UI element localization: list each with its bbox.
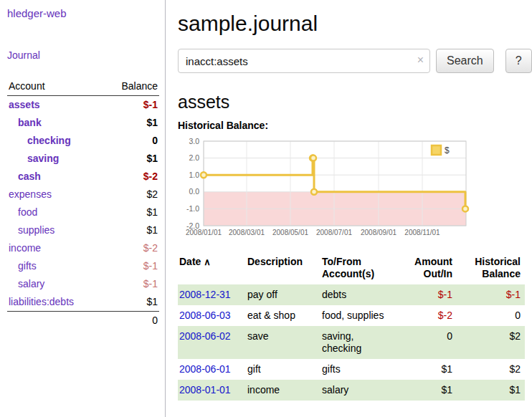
svg-text:2008/05/01: 2008/05/01	[272, 229, 308, 236]
accounts-header-account: Account	[9, 80, 45, 92]
transaction-balance: $-1	[506, 289, 521, 300]
account-link[interactable]: gifts	[9, 259, 37, 273]
transaction-amount: $1	[441, 363, 452, 375]
account-balance: $1	[146, 116, 158, 130]
svg-text:2008/03/01: 2008/03/01	[229, 229, 265, 236]
header-balance-line2: Balance	[482, 268, 521, 279]
search-input[interactable]	[178, 49, 430, 73]
page-title: sample.journal	[178, 11, 528, 36]
account-row: income$-2	[7, 239, 159, 257]
account-link[interactable]: food	[9, 206, 37, 219]
svg-text:2008/07/01: 2008/07/01	[316, 229, 352, 236]
account-balance: $-1	[143, 259, 158, 273]
account-link[interactable]: cash	[9, 170, 41, 183]
transaction-accounts-cell: gifts	[320, 359, 399, 380]
transaction-date-link-cell: 2008-06-03	[178, 305, 246, 326]
account-balance: $1	[146, 206, 158, 219]
account-link[interactable]: liabilities:debts	[9, 295, 74, 309]
transaction-balance: $2	[509, 363, 521, 375]
transaction-balance: $1	[509, 384, 521, 396]
transaction-date-link[interactable]: 2008-06-01	[179, 363, 231, 375]
transaction-balance-cell: $1	[457, 380, 525, 401]
transaction-date-link[interactable]: 2008-12-31	[179, 289, 231, 300]
transaction-balance-cell: $2	[457, 359, 525, 380]
transaction-amount: $1	[441, 384, 452, 396]
account-link[interactable]: expenses	[9, 188, 52, 201]
accounts-total: 0	[7, 311, 159, 329]
svg-text:2008/01/01: 2008/01/01	[186, 229, 222, 236]
account-link[interactable]: salary	[9, 277, 44, 291]
main-content: sample.journal × Search ? assets Histori…	[166, 0, 532, 417]
search-button[interactable]: Search	[436, 49, 494, 73]
account-balance: $-2	[143, 170, 158, 183]
transaction-balance-cell: $-1	[457, 284, 525, 305]
header-balance: Historical Balance	[457, 253, 525, 284]
account-link[interactable]: assets	[9, 98, 40, 112]
historical-balance-chart: 3.02.01.00.0-1.0-2.02008/01/012008/03/01…	[178, 135, 473, 243]
header-amount: Amount Out/In	[399, 253, 457, 284]
header-accounts-line2: Account(s)	[322, 268, 374, 279]
account-row: checking0	[7, 132, 159, 150]
accounts-table: Account Balance assets$-1bank$1checking0…	[7, 78, 159, 329]
transaction-amount-cell: $1	[399, 380, 457, 401]
transaction-accounts-cell: debts	[320, 284, 399, 305]
transaction-description-cell: save	[246, 326, 320, 359]
transaction-accounts-cell: saving, checking	[320, 326, 399, 359]
header-amount-line2: Out/In	[424, 268, 452, 279]
account-balance: 0	[152, 134, 158, 148]
header-date-label: Date	[179, 256, 201, 267]
account-balance: $1	[146, 152, 158, 166]
transaction-accounts: food, supplies	[322, 310, 384, 321]
transaction-row: 2008-06-01giftgifts$1$2	[178, 359, 525, 380]
account-row: supplies$1	[7, 221, 159, 239]
account-heading: assets	[178, 92, 528, 112]
transaction-accounts: debts	[322, 289, 346, 300]
transaction-amount: $-2	[438, 310, 452, 321]
account-balance: $1	[146, 295, 158, 309]
account-link[interactable]: bank	[9, 116, 42, 130]
svg-text:2.0: 2.0	[189, 153, 199, 162]
register-header-row: Date ∧ Description To/From Account(s) Am…	[178, 253, 525, 284]
account-row: salary$-1	[7, 275, 159, 293]
transaction-date-link[interactable]: 2008-06-03	[179, 310, 231, 321]
search-form: × Search ?	[178, 49, 528, 73]
transaction-date-link[interactable]: 2008-01-01	[179, 384, 231, 396]
clear-search-icon[interactable]: ×	[417, 54, 424, 67]
account-row: expenses$2	[7, 186, 159, 203]
help-button[interactable]: ?	[505, 49, 532, 73]
header-date[interactable]: Date ∧	[178, 253, 246, 284]
account-link[interactable]: supplies	[9, 224, 54, 237]
svg-text:2008/09/01: 2008/09/01	[361, 229, 396, 236]
transaction-date-link[interactable]: 2008-06-02	[179, 330, 231, 342]
header-amount-line1: Amount	[414, 256, 452, 267]
account-link[interactable]: checking	[9, 134, 71, 148]
account-row: cash$-2	[7, 168, 159, 186]
account-link[interactable]: saving	[9, 152, 59, 166]
chart-svg: 3.02.01.00.0-1.0-2.02008/01/012008/03/01…	[178, 135, 473, 243]
transaction-description-cell: pay off	[246, 284, 320, 305]
historical-balance-label: Historical Balance:	[178, 120, 528, 131]
account-balance: $-2	[143, 241, 158, 255]
header-balance-line1: Historical	[475, 256, 521, 267]
accounts-list: assets$-1bank$1checking0saving$1cash$-2e…	[7, 96, 159, 311]
register-table: Date ∧ Description To/From Account(s) Am…	[178, 253, 525, 401]
transaction-accounts-cell: food, supplies	[320, 305, 399, 326]
app-title-link[interactable]: hledger-web	[7, 7, 159, 19]
nav-journal-link[interactable]: Journal	[7, 49, 159, 61]
transaction-amount-cell: 0	[399, 326, 457, 359]
transaction-description: income	[247, 384, 280, 396]
account-row: gifts$-1	[7, 257, 159, 275]
header-accounts: To/From Account(s)	[320, 253, 399, 284]
account-link[interactable]: income	[9, 241, 41, 255]
transaction-date-link-cell: 2008-06-01	[178, 359, 246, 380]
transaction-balance-cell: 0	[457, 305, 525, 326]
svg-text:2008/11/01: 2008/11/01	[404, 229, 440, 236]
transaction-accounts: saving, checking	[322, 330, 361, 354]
account-balance: $2	[146, 188, 158, 201]
transaction-balance: $2	[509, 330, 521, 342]
transaction-date-link-cell: 2008-06-02	[178, 326, 246, 359]
transaction-row: 2008-06-02savesaving, checking0$2	[178, 326, 525, 359]
sort-ascending-icon: ∧	[204, 257, 211, 267]
accounts-table-header: Account Balance	[7, 78, 159, 96]
accounts-header-balance: Balance	[121, 80, 158, 92]
